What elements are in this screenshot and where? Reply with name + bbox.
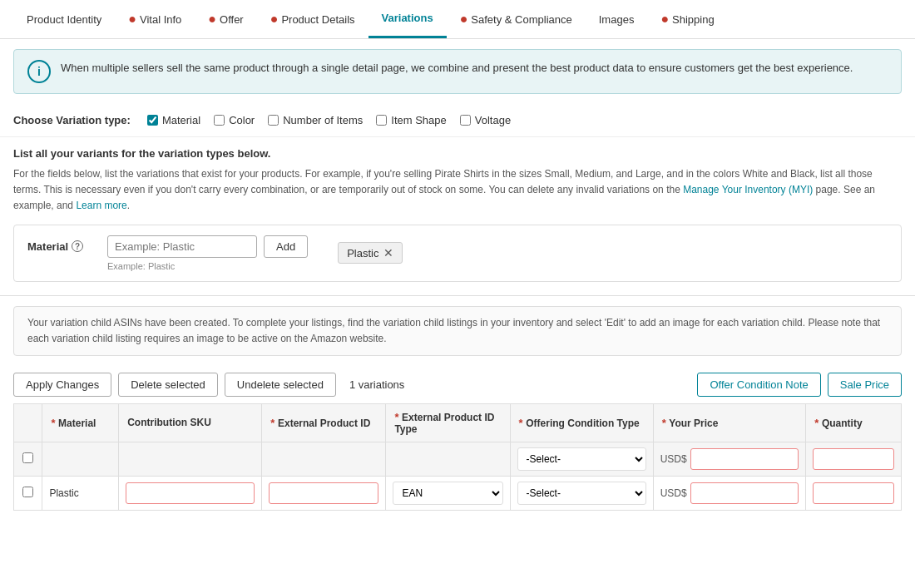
nav-label-variations: Variations	[382, 12, 433, 24]
nav-item-safety-compliance[interactable]: ●Safety & Compliance	[447, 1, 586, 37]
header-checkbox-cell	[14, 442, 42, 476]
table-row: PlasticEANUPCASINISBNGCID-Select-NewUsed…	[14, 476, 902, 510]
material-tag-text: Plastic	[347, 247, 378, 259]
checkbox-item_shape[interactable]	[376, 115, 387, 126]
row-price-input-0[interactable]	[690, 482, 799, 504]
header-price-cell: USD$	[653, 442, 806, 476]
error-dot-offer: ●	[208, 12, 216, 26]
row-offering-condition-cell-0: -Select-NewUsed - Like NewUsed - Very Go…	[510, 476, 653, 510]
material-tag: Plastic ✕	[338, 242, 403, 264]
checkbox-number_of_items[interactable]	[268, 115, 279, 126]
row-quantity-input-0[interactable]	[813, 482, 894, 504]
row-ext-id-input-0[interactable]	[269, 482, 378, 504]
checkbox-voltage[interactable]	[460, 115, 471, 126]
learn-more-link[interactable]: Learn more	[76, 200, 126, 211]
nav-item-shipping[interactable]: ●Shipping	[647, 1, 727, 37]
row-ext-id-cell-0	[262, 476, 386, 510]
add-material-button[interactable]: Add	[264, 235, 308, 258]
th-offering-condition: * Offering Condition Type	[510, 403, 653, 442]
info-banner: i When multiple sellers sell the same pr…	[13, 49, 902, 94]
offer-condition-note-button[interactable]: Offer Condition Note	[697, 373, 820, 397]
th-quantity: * Quantity	[806, 403, 902, 442]
label-material: Material	[162, 114, 200, 126]
variants-description: For the fields below, list the variation…	[13, 166, 902, 215]
header-offering-condition-cell: -Select- New Used - Like New Used - Very…	[510, 442, 653, 476]
header-quantity-input[interactable]	[813, 448, 894, 470]
nav-item-variations[interactable]: Variations	[368, 0, 447, 38]
nav-label-safety-compliance: Safety & Compliance	[471, 13, 571, 26]
variants-heading: List all your variants for the variation…	[13, 147, 902, 160]
variation-type-number_of_items[interactable]: Number of Items	[268, 114, 363, 126]
sale-price-button[interactable]: Sale Price	[828, 373, 902, 397]
remove-tag-icon[interactable]: ✕	[383, 246, 393, 259]
top-navigation: Product Identity●Vital Info●Offer●Produc…	[0, 0, 915, 39]
nav-item-vital-info[interactable]: ●Vital Info	[115, 1, 195, 37]
myi-link[interactable]: Manage Your Inventory (MYI)	[683, 184, 813, 195]
undelete-selected-button[interactable]: Undelete selected	[225, 373, 336, 397]
header-currency-label: USD$	[660, 453, 687, 465]
variation-type-voltage[interactable]: Voltage	[460, 114, 511, 126]
row-checkbox-0[interactable]	[22, 487, 33, 497]
header-qty-cell	[806, 442, 902, 476]
variation-type-item_shape[interactable]: Item Shape	[376, 114, 447, 126]
label-color: Color	[229, 114, 255, 126]
label-number_of_items: Number of Items	[283, 114, 363, 126]
apply-changes-button[interactable]: Apply Changes	[13, 373, 111, 397]
nav-item-images[interactable]: Images	[586, 2, 648, 37]
label-voltage: Voltage	[475, 114, 511, 126]
th-your-price: * Your Price	[653, 403, 806, 442]
material-help-icon[interactable]: ?	[72, 240, 83, 252]
error-dot-shipping: ●	[660, 12, 669, 26]
table-header-input-row: -Select- New Used - Like New Used - Very…	[14, 442, 902, 476]
material-input[interactable]	[107, 235, 257, 258]
nav-label-vital-info: Vital Info	[140, 13, 181, 26]
header-ext-id-type-cell	[386, 442, 510, 476]
nav-item-product-details[interactable]: ●Product Details	[257, 1, 368, 37]
row-currency-label-0: USD$	[660, 487, 687, 499]
toolbar: Apply Changes Delete selected Undelete s…	[0, 366, 915, 403]
checkbox-material[interactable]	[147, 115, 158, 126]
th-ext-id: * External Product ID	[262, 403, 386, 442]
header-price-input[interactable]	[690, 448, 799, 470]
nav-label-product-identity: Product Identity	[27, 13, 101, 26]
material-placeholder-hint: Example: Plastic	[107, 261, 308, 271]
row-offering-condition-select-0[interactable]: -Select-NewUsed - Like NewUsed - Very Go…	[517, 482, 646, 505]
delete-selected-button[interactable]: Delete selected	[118, 373, 218, 397]
material-box: Material ? Add Example: Plastic Plastic …	[13, 225, 902, 282]
row-sku-input-0[interactable]	[126, 482, 255, 504]
label-item_shape: Item Shape	[391, 114, 447, 126]
th-sku: Contribution SKU	[119, 403, 262, 442]
header-select-all-checkbox[interactable]	[22, 452, 33, 463]
header-offering-condition-select[interactable]: -Select- New Used - Like New Used - Very…	[517, 447, 646, 471]
nav-label-product-details: Product Details	[281, 13, 354, 26]
row-quantity-cell-0	[806, 476, 902, 510]
nav-label-shipping: Shipping	[672, 13, 715, 26]
header-material-cell	[42, 442, 119, 476]
header-ext-id-cell	[262, 442, 386, 476]
row-material-0: Plastic	[42, 476, 119, 510]
row-ext-id-type-cell-0: EANUPCASINISBNGCID	[386, 476, 510, 510]
error-dot-product-details: ●	[270, 12, 279, 26]
material-label: Material ?	[27, 235, 94, 253]
row-ext-id-type-select-0[interactable]: EANUPCASINISBNGCID	[393, 482, 502, 505]
variation-info-text: Your variation child ASINs have been cre…	[27, 317, 880, 344]
checkbox-color[interactable]	[214, 115, 225, 126]
variation-type-section: Choose Variation type: MaterialColorNumb…	[0, 104, 915, 137]
nav-label-offer: Offer	[220, 13, 244, 26]
th-material: * Material	[42, 403, 119, 442]
info-icon: i	[27, 60, 51, 83]
banner-text: When multiple sellers sell the same prod…	[61, 60, 853, 77]
row-price-cell-0: USD$	[653, 476, 806, 510]
nav-item-offer[interactable]: ●Offer	[195, 1, 256, 37]
nav-label-images: Images	[599, 13, 635, 26]
th-checkbox	[14, 403, 42, 442]
error-dot-safety-compliance: ●	[460, 12, 468, 26]
table-header-row: * Material Contribution SKU * External P…	[14, 403, 902, 442]
error-dot-vital-info: ●	[128, 12, 136, 26]
variations-table: * Material Contribution SKU * External P…	[13, 403, 902, 511]
th-ext-id-type: * External Product ID Type	[386, 403, 510, 442]
variations-count: 1 variations	[349, 378, 404, 391]
variation-type-color[interactable]: Color	[214, 114, 255, 126]
variation-type-material[interactable]: Material	[147, 114, 200, 126]
nav-item-product-identity[interactable]: Product Identity	[13, 2, 115, 37]
